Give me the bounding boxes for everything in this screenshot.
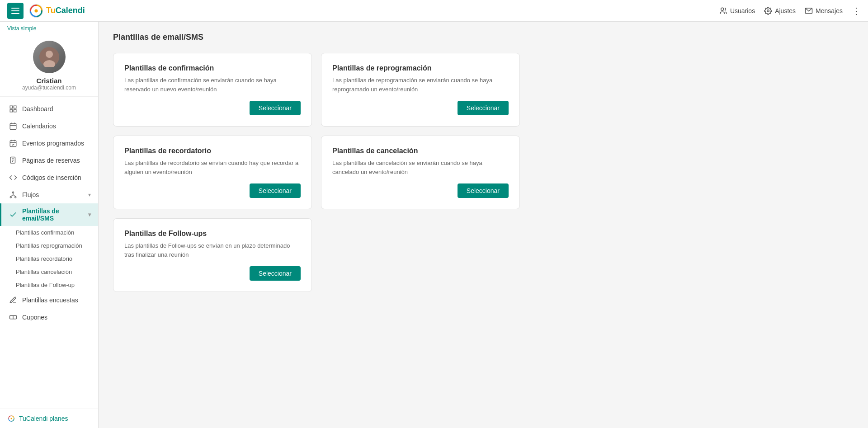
topnav-left: TuCalendi <box>7 3 85 19</box>
sub-nav-reprogramacion[interactable]: Plantillas reprogramación <box>0 239 98 252</box>
survey-icon <box>9 296 18 305</box>
sub-nav-followup[interactable]: Plantillas de Follow-up <box>0 278 98 292</box>
calendar-icon <box>9 122 18 131</box>
card-followup-title: Plantillas de Follow-ups <box>124 230 301 238</box>
sidebar-item-calendarios-label: Calendarios <box>22 122 91 130</box>
svg-rect-16 <box>10 141 16 147</box>
user-name: Cristian <box>37 77 62 85</box>
usuarios-button[interactable]: Usuarios <box>719 7 755 15</box>
sub-nav-cancelacion[interactable]: Plantillas cancelación <box>0 265 98 278</box>
user-profile: Cristian ayuda@tucalendi.com <box>0 33 98 97</box>
logo-text: TuCalendi <box>46 6 85 15</box>
page-title: Plantillas de email/SMS <box>113 33 854 42</box>
main-content: Plantillas de email/SMS Plantillas de co… <box>99 22 868 428</box>
mensajes-button[interactable]: Mensajes <box>805 7 843 15</box>
card-followup: Plantillas de Follow-ups Las plantillas … <box>113 218 312 292</box>
events-icon <box>9 139 18 148</box>
card-reprogramacion-action: Seleccionar <box>332 101 509 115</box>
card-followup-action: Seleccionar <box>124 266 301 281</box>
sidebar-item-plantillas[interactable]: Plantillas de email/SMS ▾ <box>0 203 98 226</box>
card-recordatorio-desc: Las plantillas de recordatorio se envían… <box>124 159 301 176</box>
card-confirmacion: Plantillas de confirmación Las plantilla… <box>113 53 312 127</box>
svg-point-24 <box>13 192 14 193</box>
select-cancelacion-button[interactable]: Seleccionar <box>458 183 509 198</box>
sidebar-nav: Dashboard Calendarios <box>0 97 98 409</box>
svg-rect-8 <box>10 106 12 108</box>
plans-label: TuCalendi planes <box>19 415 68 422</box>
sidebar-item-plantillas-label: Plantillas de email/SMS <box>22 207 84 222</box>
sidebar-item-flujos[interactable]: Flujos ▾ <box>0 186 98 203</box>
card-cancelacion: Plantillas de cancelación Las plantillas… <box>321 136 520 209</box>
dashboard-icon <box>9 104 18 113</box>
sidebar-item-codigos[interactable]: Códigos de inserción <box>0 169 98 186</box>
sidebar-item-cupones-label: Cupones <box>22 314 91 321</box>
svg-rect-11 <box>14 110 16 112</box>
card-confirmacion-title: Plantillas de confirmación <box>124 64 301 72</box>
card-cancelacion-desc: Las plantillas de cancelación se enviará… <box>332 159 509 176</box>
card-reprogramacion-title: Plantillas de reprogramación <box>332 64 509 72</box>
card-followup-desc: Las plantillas de Follow-ups se envían e… <box>124 241 301 259</box>
sidebar-item-codigos-label: Códigos de inserción <box>22 174 91 181</box>
check-icon <box>9 210 18 219</box>
sub-nav-recordatorio[interactable]: Plantillas recordatorio <box>0 252 98 265</box>
hamburger-button[interactable] <box>7 3 24 19</box>
svg-point-33 <box>11 418 12 419</box>
vista-simple-link[interactable]: Vista simple <box>0 22 98 33</box>
select-recordatorio-button[interactable]: Seleccionar <box>250 183 301 198</box>
svg-point-1 <box>34 9 38 12</box>
svg-rect-10 <box>10 110 12 112</box>
coupon-icon <box>9 313 18 322</box>
users-icon <box>719 7 727 15</box>
plantillas-chevron-icon: ▾ <box>88 212 91 218</box>
sidebar: Vista simple Cristian ayuda@tucalendi.co… <box>0 22 99 428</box>
card-cancelacion-action: Seleccionar <box>332 183 509 198</box>
svg-point-6 <box>46 51 53 58</box>
svg-rect-12 <box>10 123 16 130</box>
avatar <box>33 41 66 73</box>
code-icon <box>9 173 18 182</box>
select-reprogramacion-button[interactable]: Seleccionar <box>458 101 509 115</box>
sidebar-item-cupones[interactable]: Cupones <box>0 309 98 326</box>
select-followup-button[interactable]: Seleccionar <box>250 266 301 281</box>
card-confirmacion-desc: Las plantillas de confirmación se enviar… <box>124 76 301 94</box>
logo-icon <box>29 4 43 18</box>
svg-point-25 <box>10 197 11 198</box>
more-options-button[interactable]: ⋮ <box>852 5 861 16</box>
topnav-right: Usuarios Ajustes Mensajes ⋮ <box>719 5 861 16</box>
cards-grid: Plantillas de confirmación Las plantilla… <box>113 53 520 292</box>
card-reprogramacion-desc: Las plantillas de reprogramación se envi… <box>332 76 509 94</box>
sidebar-item-calendarios[interactable]: Calendarios <box>0 118 98 135</box>
sidebar-item-paginas-label: Páginas de reservas <box>22 157 91 164</box>
sidebar-item-encuestas-label: Plantillas encuestas <box>22 296 91 304</box>
avatar-image <box>39 47 59 67</box>
card-cancelacion-title: Plantillas de cancelación <box>332 147 509 155</box>
pages-icon <box>9 156 18 165</box>
svg-line-29 <box>13 195 15 197</box>
ajustes-button[interactable]: Ajustes <box>764 7 796 15</box>
card-recordatorio-title: Plantillas de recordatorio <box>124 147 301 155</box>
flujos-icon <box>9 190 18 199</box>
gear-icon <box>764 7 772 15</box>
layout: Vista simple Cristian ayuda@tucalendi.co… <box>0 22 868 428</box>
plans-link[interactable]: TuCalendi planes <box>7 414 91 423</box>
plans-icon <box>7 414 15 423</box>
sidebar-item-eventos-label: Eventos programados <box>22 140 91 147</box>
sidebar-item-paginas[interactable]: Páginas de reservas <box>0 152 98 169</box>
logo-area: TuCalendi <box>29 4 85 18</box>
sub-nav-confirmacion[interactable]: Plantillas confirmación <box>0 226 98 239</box>
card-recordatorio-action: Seleccionar <box>124 183 301 198</box>
sidebar-item-eventos[interactable]: Eventos programados <box>0 135 98 152</box>
sidebar-item-dashboard-label: Dashboard <box>22 105 91 113</box>
mail-icon <box>805 7 813 15</box>
flujos-chevron-icon: ▾ <box>88 192 91 198</box>
card-confirmacion-action: Seleccionar <box>124 101 301 115</box>
sidebar-footer: TuCalendi planes <box>0 409 98 428</box>
select-confirmacion-button[interactable]: Seleccionar <box>250 101 301 115</box>
sidebar-item-dashboard[interactable]: Dashboard <box>0 100 98 118</box>
card-recordatorio: Plantillas de recordatorio Las plantilla… <box>113 136 312 209</box>
svg-rect-9 <box>14 106 16 108</box>
card-reprogramacion: Plantillas de reprogramación Las plantil… <box>321 53 520 127</box>
sidebar-item-encuestas[interactable]: Plantillas encuestas <box>0 292 98 309</box>
svg-point-2 <box>721 8 724 10</box>
user-email: ayuda@tucalendi.com <box>22 85 76 91</box>
